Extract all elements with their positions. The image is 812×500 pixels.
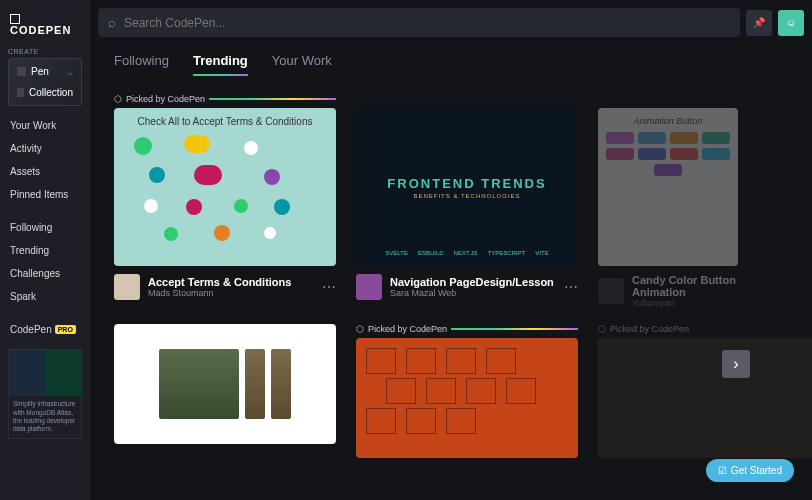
pen-title[interactable]: Accept Terms & Conditions — [148, 276, 314, 288]
pen-thumbnail[interactable]: FRONTEND TRENDS BENEFITS & TECHNOLOGIES … — [356, 108, 578, 266]
pen-author[interactable]: Yuhomyan — [632, 298, 788, 308]
tab-trending[interactable]: Trending — [193, 53, 248, 76]
more-icon[interactable]: ⋯ — [564, 279, 578, 295]
create-box: Pen ⌵ Collection — [8, 58, 82, 106]
pen-icon — [17, 67, 26, 76]
pen-author[interactable]: Mads Stoumann — [148, 288, 314, 298]
promo-text: Simplify infrastructure with MongoDB Atl… — [9, 396, 81, 438]
nav-assets[interactable]: Assets — [8, 160, 82, 183]
nav-pinned[interactable]: Pinned Items — [8, 183, 82, 206]
sidebar: CODEPEN CREATE Pen ⌵ Collection Your Wor… — [0, 0, 90, 500]
topbar: ⌕ 📌 ☺ — [90, 0, 812, 45]
picked-badge: ⬡Picked by CodePen — [356, 324, 578, 334]
pen-grid: ⬡Picked by CodePen Check All to Accept T… — [114, 94, 788, 316]
pen-title[interactable]: Candy Color Button Animation — [632, 274, 788, 298]
nav-spark[interactable]: Spark — [8, 285, 82, 308]
codepen-icon: ⬡ — [356, 324, 364, 334]
pen-card[interactable]: ⬡x Animation Button Candy Color Button A… — [598, 94, 788, 316]
pen-card[interactable]: ⬡Picked by CodePen — [356, 324, 578, 458]
search-icon: ⌕ — [108, 15, 116, 30]
create-label: CREATE — [8, 48, 82, 55]
tab-your-work[interactable]: Your Work — [272, 53, 332, 76]
nav-your-work[interactable]: Your Work — [8, 114, 82, 137]
pen-card[interactable]: ⬡Picked by CodePen — [598, 324, 812, 458]
create-pen[interactable]: Pen ⌵ — [11, 61, 79, 82]
pen-thumbnail[interactable] — [598, 338, 812, 458]
user-avatar[interactable]: ☺ — [778, 10, 804, 36]
pen-card[interactable] — [114, 324, 336, 458]
notifications-button[interactable]: 📌 — [746, 10, 772, 36]
pen-card[interactable]: ⬡Picked by CodePen Check All to Accept T… — [114, 94, 336, 316]
nav-following[interactable]: Following — [8, 216, 82, 239]
next-arrow-button[interactable]: › — [722, 350, 750, 378]
author-avatar[interactable] — [356, 274, 382, 300]
nav-trending[interactable]: Trending — [8, 239, 82, 262]
pen-meta: Accept Terms & Conditions Mads Stoumann … — [114, 266, 336, 308]
author-avatar[interactable] — [114, 274, 140, 300]
tab-following[interactable]: Following — [114, 53, 169, 76]
create-collection[interactable]: Collection — [11, 82, 79, 103]
pen-author[interactable]: Sara Mazal Web — [390, 288, 556, 298]
search-input[interactable] — [124, 16, 730, 30]
promo-ad[interactable]: Simplify infrastructure with MongoDB Atl… — [8, 349, 82, 439]
author-avatar[interactable] — [598, 278, 624, 304]
nav-challenges[interactable]: Challenges — [8, 262, 82, 285]
search-bar[interactable]: ⌕ — [98, 8, 740, 37]
nav-pro[interactable]: CodePen PRO — [8, 318, 82, 341]
pen-thumbnail[interactable] — [114, 324, 336, 444]
pen-card[interactable]: ⬡x FRONTEND TRENDS BENEFITS & TECHNOLOGI… — [356, 94, 578, 316]
pro-badge: PRO — [55, 325, 76, 334]
promo-image — [9, 350, 81, 396]
pen-thumbnail[interactable] — [356, 338, 578, 458]
check-icon: ☑ — [718, 465, 727, 476]
picked-badge: ⬡Picked by CodePen — [114, 94, 336, 104]
nav-activity[interactable]: Activity — [8, 137, 82, 160]
more-icon[interactable]: ⋯ — [322, 279, 336, 295]
pen-thumbnail[interactable]: Check All to Accept Terms & Conditions — [114, 108, 336, 266]
get-started-button[interactable]: ☑Get Started — [706, 459, 794, 482]
codepen-icon: ⬡ — [114, 94, 122, 104]
picked-badge: ⬡Picked by CodePen — [598, 324, 812, 334]
main: ⌕ 📌 ☺ Following Trending Your Work ⬡Pick… — [90, 0, 812, 500]
pen-title[interactable]: Navigation PageDesign/Lesson — [390, 276, 556, 288]
pen-thumbnail[interactable]: Animation Button — [598, 108, 738, 266]
pen-grid-row2: ⬡Picked by CodePen — [114, 324, 788, 458]
content: Following Trending Your Work ⬡Picked by … — [90, 45, 812, 466]
logo[interactable]: CODEPEN — [8, 8, 82, 42]
pen-meta: Candy Color Button Animation Yuhomyan — [598, 266, 788, 316]
collection-icon — [17, 88, 24, 97]
tabs: Following Trending Your Work — [114, 53, 788, 76]
chevron-down-icon: ⌵ — [67, 66, 73, 77]
pen-meta: Navigation PageDesign/Lesson Sara Mazal … — [356, 266, 578, 308]
